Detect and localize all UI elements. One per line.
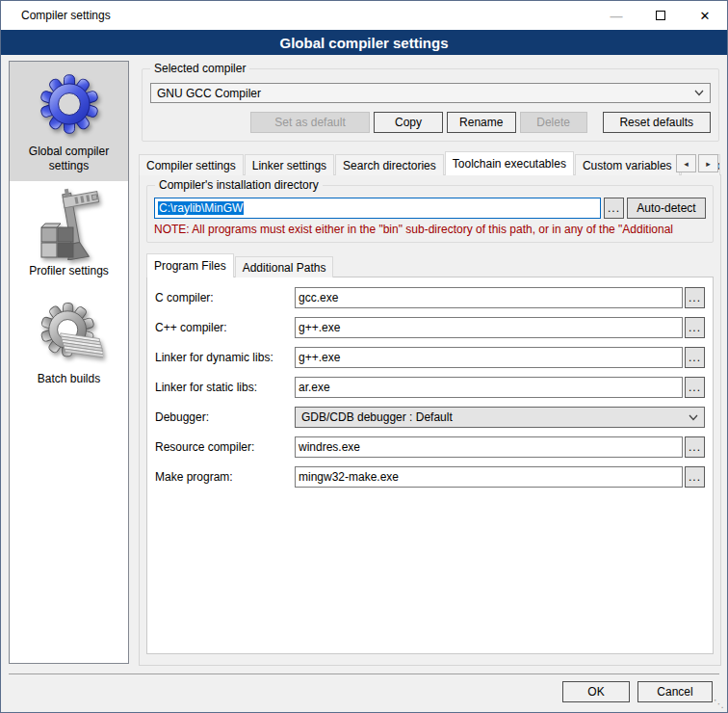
tab-additional-paths[interactable]: Additional Paths xyxy=(235,256,334,277)
browse-resource-compiler-button[interactable]: ... xyxy=(685,436,705,458)
rename-button[interactable]: Rename xyxy=(447,112,516,133)
installation-directory-group: Compiler's installation directory C:\ray… xyxy=(146,185,714,243)
bin-subdirectory-note: NOTE: All programs must exist either in … xyxy=(154,223,706,236)
field-row-resource-compiler: Resource compiler: windres.exe ... xyxy=(155,436,705,458)
page-title: Global compiler settings xyxy=(1,30,727,55)
field-value: g++.exe xyxy=(299,321,340,334)
tab-scroll-left-button[interactable]: ◂ xyxy=(676,154,696,172)
toolchain-executables-panel: Compiler's installation directory C:\ray… xyxy=(139,174,721,666)
auto-detect-button[interactable]: Auto-detect xyxy=(627,198,706,219)
ok-button[interactable]: OK xyxy=(562,681,630,702)
window-title: Compiler settings xyxy=(21,9,111,22)
selected-compiler-value: GNU GCC Compiler xyxy=(157,87,694,100)
cpp-compiler-input[interactable]: g++.exe xyxy=(295,317,683,338)
copy-button[interactable]: Copy xyxy=(374,112,443,133)
tab-program-files[interactable]: Program Files xyxy=(146,253,234,277)
sidebar-item-batch-builds[interactable]: Batch builds xyxy=(10,289,128,405)
field-value: windres.exe xyxy=(299,440,360,454)
sidebar-item-label: Batch builds xyxy=(34,372,104,386)
field-value: ar.exe xyxy=(299,381,330,394)
tab-search-directories[interactable]: Search directories xyxy=(335,154,444,175)
field-value: gcc.exe xyxy=(299,291,338,304)
tab-compiler-settings[interactable]: Compiler settings xyxy=(139,154,244,175)
browse-cpp-compiler-button[interactable]: ... xyxy=(685,317,705,338)
maximize-button[interactable] xyxy=(638,1,683,30)
browse-linker-dynamic-button[interactable]: ... xyxy=(685,347,705,368)
sidebar-item-label: Profiler settings xyxy=(25,264,113,278)
reset-defaults-button[interactable]: Reset defaults xyxy=(603,112,711,133)
delete-button[interactable]: Delete xyxy=(520,112,587,133)
browse-linker-static-button[interactable]: ... xyxy=(685,377,705,398)
tab-linker-settings[interactable]: Linker settings xyxy=(245,154,334,175)
set-as-default-button[interactable]: Set as default xyxy=(250,112,370,133)
field-label: C++ compiler: xyxy=(155,321,295,334)
compiler-settings-dialog: Compiler settings — ✕ Global compiler se… xyxy=(0,0,728,713)
caliper-icon xyxy=(32,189,107,258)
settings-tabs: Compiler settings Linker settings Search… xyxy=(139,151,721,175)
field-row-c-compiler: C compiler: gcc.exe ... xyxy=(155,287,705,308)
field-row-debugger: Debugger: GDB/CDB debugger : Default xyxy=(155,407,705,428)
gray-gear-stack-icon xyxy=(32,297,107,366)
tab-scroll-buttons: ◂ ▸ xyxy=(676,154,718,172)
minimize-button[interactable]: — xyxy=(594,1,638,30)
installation-directory-selected-text: C:\raylib\MinGW xyxy=(158,201,244,215)
selected-compiler-group: Selected compiler GNU GCC Compiler Set a… xyxy=(142,68,719,142)
field-row-cpp-compiler: C++ compiler: g++.exe ... xyxy=(155,317,705,338)
maximize-icon xyxy=(656,11,665,20)
selected-compiler-group-label: Selected compiler xyxy=(150,62,249,75)
program-tabs: Program Files Additional Paths xyxy=(146,254,714,277)
installation-directory-input[interactable]: C:\raylib\MinGW xyxy=(154,198,601,219)
make-program-input[interactable]: mingw32-make.exe xyxy=(295,466,683,488)
field-value: mingw32-make.exe xyxy=(299,470,399,484)
settings-category-list: Global compiler settings xyxy=(9,61,129,664)
browse-directory-button[interactable]: ... xyxy=(604,198,624,219)
dialog-buttons: OK Cancel xyxy=(562,681,713,702)
window-controls: — ✕ xyxy=(594,1,727,30)
sidebar-item-label: Global compiler settings xyxy=(10,145,128,173)
browse-make-program-button[interactable]: ... xyxy=(685,466,705,488)
field-label: C compiler: xyxy=(155,291,295,304)
c-compiler-input[interactable]: gcc.exe xyxy=(295,287,683,308)
browse-c-compiler-button[interactable]: ... xyxy=(685,287,705,308)
close-button[interactable]: ✕ xyxy=(683,1,727,30)
field-label: Debugger: xyxy=(155,410,295,424)
installation-directory-group-label: Compiler's installation directory xyxy=(155,178,323,192)
selected-compiler-dropdown[interactable]: GNU GCC Compiler xyxy=(150,83,711,103)
arrow-right-icon: ▸ xyxy=(706,159,711,169)
resize-grip[interactable]: ⋱ xyxy=(714,698,724,710)
field-row-linker-static: Linker for static libs: ar.exe ... xyxy=(155,377,705,398)
minimize-icon: — xyxy=(611,9,623,23)
field-label: Make program: xyxy=(155,470,295,484)
close-icon: ✕ xyxy=(700,9,711,23)
sidebar-item-profiler-settings[interactable]: Profiler settings xyxy=(10,181,128,289)
debugger-dropdown[interactable]: GDB/CDB debugger : Default xyxy=(295,407,705,428)
linker-dynamic-input[interactable]: g++.exe xyxy=(295,347,683,368)
field-row-linker-dynamic: Linker for dynamic libs: g++.exe ... xyxy=(155,347,705,368)
resource-compiler-input[interactable]: windres.exe xyxy=(295,436,683,458)
chevron-down-icon xyxy=(689,414,698,421)
titlebar[interactable]: Compiler settings — ✕ xyxy=(1,1,727,30)
field-label: Linker for dynamic libs: xyxy=(155,351,295,364)
field-label: Linker for static libs: xyxy=(155,381,295,394)
tab-scroll-right-button[interactable]: ▸ xyxy=(698,154,718,172)
field-value: g++.exe xyxy=(299,351,340,364)
linker-static-input[interactable]: ar.exe xyxy=(295,377,683,398)
cancel-button[interactable]: Cancel xyxy=(637,681,713,702)
arrow-left-icon: ◂ xyxy=(684,159,689,169)
installation-directory-row: C:\raylib\MinGW ... Auto-detect xyxy=(154,198,706,219)
sidebar-item-global-compiler-settings[interactable]: Global compiler settings xyxy=(10,62,128,181)
program-files-panel: C compiler: gcc.exe ... C++ compiler: g+… xyxy=(146,277,714,654)
chevron-down-icon xyxy=(694,90,704,96)
field-label: Resource compiler: xyxy=(155,440,295,454)
tab-custom-variables[interactable]: Custom variables xyxy=(575,154,680,175)
tab-toolchain-executables[interactable]: Toolchain executables xyxy=(445,151,574,175)
blue-gear-icon xyxy=(32,69,107,139)
main-panel: Selected compiler GNU GCC Compiler Set a… xyxy=(139,61,721,664)
compiler-actions: Set as default Copy Rename Delete Reset … xyxy=(250,112,711,133)
field-row-make-program: Make program: mingw32-make.exe ... xyxy=(155,466,705,488)
footer-separator xyxy=(9,673,719,674)
debugger-value: GDB/CDB debugger : Default xyxy=(301,410,689,424)
